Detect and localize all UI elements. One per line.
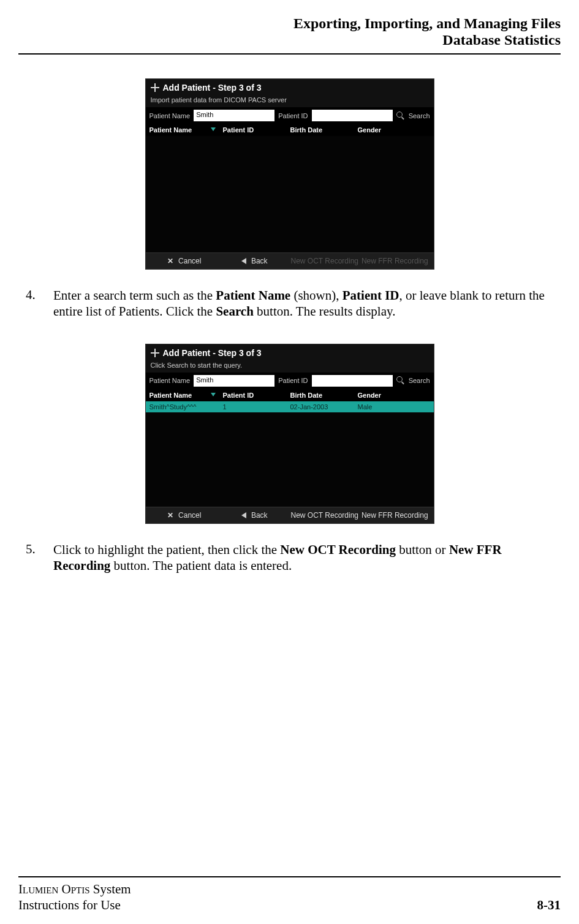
add-patient-icon bbox=[151, 349, 159, 357]
step-4-num: 4. bbox=[26, 287, 53, 320]
step-5-num: 5. bbox=[26, 542, 53, 574]
footer-doc: Instructions for Use bbox=[18, 897, 131, 913]
search-row-2: Patient Name Smith Patient ID Search bbox=[146, 373, 434, 389]
back-button[interactable]: Back bbox=[219, 257, 290, 265]
back-button-2[interactable]: Back bbox=[219, 511, 290, 520]
dialog-subtitle: Import patient data from DICOM PACS serv… bbox=[146, 96, 434, 107]
close-icon: ✕ bbox=[167, 257, 173, 265]
screenshot-1: Add Patient - Step 3 of 3 Import patient… bbox=[146, 79, 434, 269]
cancel-button[interactable]: ✕ Cancel bbox=[149, 257, 220, 265]
new-ffr-button-disabled: New FFR Recording bbox=[360, 257, 430, 265]
new-ffr-button[interactable]: New FFR Recording bbox=[360, 511, 430, 520]
label-patient-name-2: Patient Name bbox=[149, 377, 191, 384]
header-rule bbox=[18, 53, 561, 55]
search-button[interactable]: Search bbox=[409, 112, 430, 119]
dialog-footer: ✕ Cancel Back New OCT Recording New FFR … bbox=[146, 252, 434, 269]
cell-id: 1 bbox=[223, 403, 290, 411]
back-arrow-icon bbox=[241, 258, 246, 264]
screenshot-2: Add Patient - Step 3 of 3 Click Search t… bbox=[146, 344, 434, 523]
results-area-empty bbox=[146, 136, 434, 252]
column-headers-2: Patient Name Patient ID Birth Date Gende… bbox=[146, 389, 434, 401]
result-row-selected[interactable]: Smith^Study^^^ 1 02-Jan-2003 Male bbox=[146, 401, 434, 412]
footer-product: Ilumien Optis System bbox=[18, 881, 131, 897]
cell-gender: Male bbox=[358, 403, 430, 411]
new-oct-button[interactable]: New OCT Recording bbox=[290, 511, 360, 520]
results-area: Smith^Study^^^ 1 02-Jan-2003 Male bbox=[146, 401, 434, 507]
header-line2: Database Statistics bbox=[18, 32, 561, 48]
sort-indicator-icon bbox=[211, 127, 216, 131]
add-patient-icon bbox=[151, 83, 159, 92]
dialog-title: Add Patient - Step 3 of 3 bbox=[146, 79, 434, 96]
new-oct-button-disabled: New OCT Recording bbox=[290, 257, 360, 265]
patient-id-field-2[interactable] bbox=[312, 375, 393, 387]
cell-dob: 02-Jan-2003 bbox=[290, 403, 358, 411]
col-patient-id-2[interactable]: Patient ID bbox=[223, 392, 290, 399]
label-patient-id-2: Patient ID bbox=[278, 377, 308, 384]
col-gender[interactable]: Gender bbox=[358, 126, 430, 134]
sort-indicator-icon bbox=[211, 393, 216, 396]
col-patient-id[interactable]: Patient ID bbox=[223, 126, 290, 134]
dialog-footer-2: ✕ Cancel Back New OCT Recording New FFR … bbox=[146, 507, 434, 523]
page-footer: Ilumien Optis System Instructions for Us… bbox=[18, 876, 561, 914]
dialog-title-text-2: Add Patient - Step 3 of 3 bbox=[163, 348, 262, 358]
search-row: Patient Name Smith Patient ID Search bbox=[146, 107, 434, 124]
search-icon[interactable] bbox=[396, 376, 405, 385]
page-header: Exporting, Importing, and Managing Files… bbox=[18, 15, 561, 48]
search-button-2[interactable]: Search bbox=[409, 377, 430, 384]
col-gender-2[interactable]: Gender bbox=[358, 392, 430, 399]
close-icon: ✕ bbox=[167, 511, 173, 520]
page-number: 8-31 bbox=[537, 898, 561, 913]
cancel-button-2[interactable]: ✕ Cancel bbox=[149, 511, 220, 520]
step-4: 4. Enter a search term such as the Patie… bbox=[26, 287, 561, 320]
back-arrow-icon bbox=[241, 512, 246, 518]
dialog-subtitle-2: Click Search to start the query. bbox=[146, 362, 434, 373]
patient-name-field-2[interactable]: Smith bbox=[194, 375, 274, 387]
col-patient-name[interactable]: Patient Name bbox=[149, 126, 223, 134]
patient-name-field[interactable]: Smith bbox=[194, 110, 274, 121]
label-patient-id: Patient ID bbox=[278, 112, 308, 119]
step-5-text: Click to highlight the patient, then cli… bbox=[53, 542, 561, 574]
dialog-title-text: Add Patient - Step 3 of 3 bbox=[163, 83, 262, 93]
patient-id-field[interactable] bbox=[312, 110, 393, 121]
search-icon[interactable] bbox=[396, 112, 405, 120]
col-patient-name-2[interactable]: Patient Name bbox=[149, 392, 223, 399]
label-patient-name: Patient Name bbox=[149, 112, 191, 119]
step-4-text: Enter a search term such as the Patient … bbox=[53, 287, 561, 320]
col-birth-date-2[interactable]: Birth Date bbox=[290, 392, 358, 399]
dialog-title-2: Add Patient - Step 3 of 3 bbox=[146, 344, 434, 362]
step-5: 5. Click to highlight the patient, then … bbox=[26, 542, 561, 574]
column-headers: Patient Name Patient ID Birth Date Gende… bbox=[146, 124, 434, 136]
header-line1: Exporting, Importing, and Managing Files bbox=[18, 15, 561, 32]
col-birth-date[interactable]: Birth Date bbox=[290, 126, 358, 134]
cell-name: Smith^Study^^^ bbox=[149, 403, 223, 411]
